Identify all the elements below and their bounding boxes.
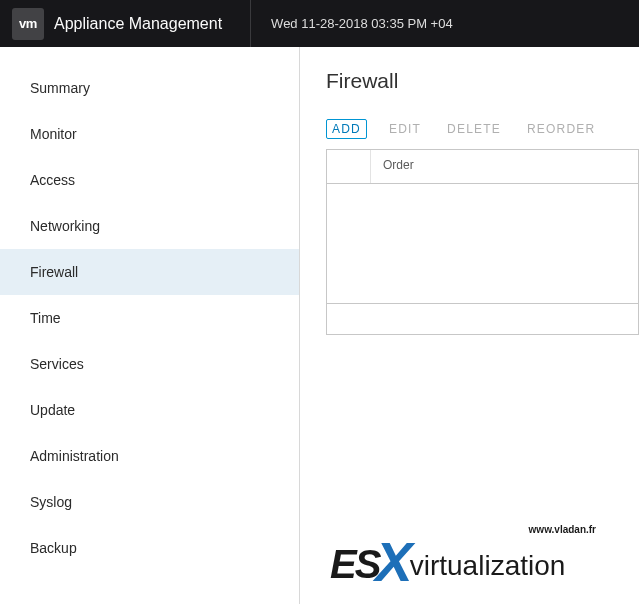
watermark-virtualization: virtualization [410, 552, 566, 580]
table-header-order[interactable]: Order [371, 150, 638, 183]
top-bar: vm Appliance Management Wed 11-28-2018 0… [0, 0, 639, 47]
sidebar-item-update[interactable]: Update [0, 387, 299, 433]
sidebar-item-access[interactable]: Access [0, 157, 299, 203]
sidebar: Summary Monitor Access Networking Firewa… [0, 47, 300, 604]
reorder-button: REORDER [523, 119, 599, 139]
table-header-select[interactable] [327, 150, 371, 183]
watermark-logo: www.vladan.fr ES X virtualization [330, 534, 610, 584]
sidebar-item-summary[interactable]: Summary [0, 65, 299, 111]
app-title: Appliance Management [54, 15, 250, 33]
body: Summary Monitor Access Networking Firewa… [0, 47, 639, 604]
main-content: Firewall ADD EDIT DELETE REORDER Order w… [300, 47, 639, 604]
sidebar-item-backup[interactable]: Backup [0, 525, 299, 571]
edit-button: EDIT [385, 119, 425, 139]
add-button[interactable]: ADD [326, 119, 367, 139]
sidebar-item-networking[interactable]: Networking [0, 203, 299, 249]
table-body [327, 184, 638, 304]
sidebar-item-syslog[interactable]: Syslog [0, 479, 299, 525]
sidebar-item-time[interactable]: Time [0, 295, 299, 341]
firewall-rules-table: Order [326, 149, 639, 335]
header-datetime: Wed 11-28-2018 03:35 PM +04 [251, 16, 453, 31]
sidebar-item-services[interactable]: Services [0, 341, 299, 387]
vmware-logo: vm [12, 8, 44, 40]
table-footer [327, 304, 638, 334]
sidebar-item-administration[interactable]: Administration [0, 433, 299, 479]
sidebar-item-monitor[interactable]: Monitor [0, 111, 299, 157]
watermark-es: ES [330, 544, 379, 584]
watermark-url: www.vladan.fr [529, 524, 596, 535]
delete-button: DELETE [443, 119, 505, 139]
toolbar: ADD EDIT DELETE REORDER [326, 119, 639, 139]
watermark-x-icon: X [375, 534, 412, 590]
sidebar-item-firewall[interactable]: Firewall [0, 249, 299, 295]
page-title: Firewall [326, 69, 639, 93]
table-header-row: Order [327, 150, 638, 184]
